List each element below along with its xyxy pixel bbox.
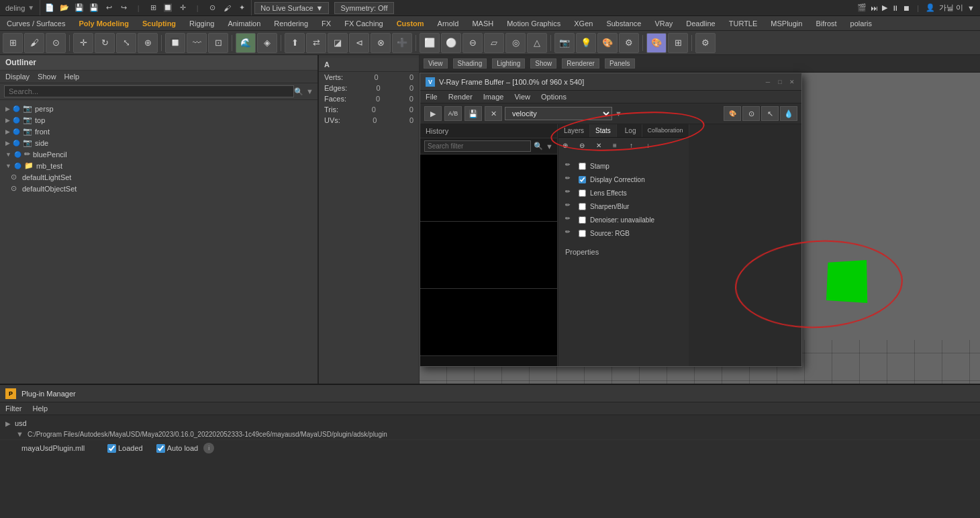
menu-rigging[interactable]: Rigging [183,16,221,30]
render-current-btn[interactable]: ▶ [424,106,442,121]
wire-btn[interactable]: ⊞ [668,33,688,53]
menu-poly-modeling[interactable]: Poly Modeling [72,16,136,30]
render-settings-btn[interactable]: ⚙ [619,33,639,53]
tree-item-bluepencil[interactable]: ▼ 🔵 ✏ bluePencil [0,148,317,160]
stop-icon[interactable]: ⏹ [903,4,910,12]
loop-btn[interactable]: ⊗ [371,33,391,53]
tree-item-defaultlightset[interactable]: ⊙ defaultLightSet [0,171,317,183]
cylinder-btn[interactable]: ⊖ [462,33,483,53]
rp-btn6[interactable]: ↓ [646,142,661,155]
new-icon[interactable]: 📄 [43,2,56,14]
select-icon[interactable]: ⊞ [146,2,160,14]
menu-polaris[interactable]: polaris [844,16,879,30]
vray-menu-options[interactable]: Options [541,93,567,101]
minimize-button[interactable]: ─ [764,78,772,86]
vray-menu-render[interactable]: Render [448,93,473,101]
menu-deadline[interactable]: Deadline [679,16,722,30]
extrude-btn[interactable]: ⬆ [285,33,305,53]
pause-icon[interactable]: ⏸ [891,4,899,12]
bevel-btn[interactable]: ◪ [328,33,348,53]
light-btn[interactable]: 💡 [576,33,596,53]
rp-btn1[interactable]: ⊕ [562,142,577,155]
tree-item-mb_test[interactable]: ▼ 🔵 📁 mb_test [0,160,317,171]
rp-btn3[interactable]: ✕ [596,142,611,155]
rotate-btn[interactable]: ↻ [95,33,115,53]
move-btn[interactable]: ✛ [73,33,93,53]
filter-dropdown-icon[interactable]: ▼ [546,142,553,150]
history-list[interactable] [420,155,557,366]
menu-substance[interactable]: Substance [599,16,648,30]
settings-btn[interactable]: ⚙ [695,33,716,53]
rp-btn2[interactable]: ⊖ [579,142,594,155]
pencil-icon-rgb[interactable]: ✏ [565,228,575,238]
lens-effects-checkbox[interactable] [579,189,586,197]
pm-menu-filter[interactable]: Filter [5,404,21,413]
channel-select[interactable]: velocity RGB Alpha diffuse reflection re… [505,107,612,120]
ab-compare-btn[interactable]: A/B [444,106,462,121]
menu-animation[interactable]: Animation [221,16,267,30]
menu-vray[interactable]: VRay [648,16,679,30]
menu-arnold[interactable]: Arnold [431,16,466,30]
scale-btn[interactable]: ⤡ [116,33,136,53]
paint-icon[interactable]: 🖌 [220,2,234,14]
vp-show-btn[interactable]: Show [530,58,556,69]
color-btn[interactable]: 🎨 [646,33,667,53]
lasso-select-btn[interactable]: ⊙ [46,33,66,53]
close-button[interactable]: ✕ [788,78,796,86]
pencil-icon-le[interactable]: ✏ [565,188,575,198]
menu-rendering[interactable]: Rendering [267,16,315,30]
menu-xgen[interactable]: XGen [567,16,599,30]
tab-layers[interactable]: Layers [558,124,590,137]
tree-item-front[interactable]: ▶ 🔵 📷 front [0,126,317,137]
tree-item-top[interactable]: ▶ 🔵 📷 top [0,114,317,126]
snap-grid-btn[interactable]: 🔲 [165,33,185,53]
tree-item-side[interactable]: ▶ 🔵 📷 side [0,137,317,148]
autoload-checkbox[interactable] [156,444,165,453]
clear-btn[interactable]: ✕ [485,106,502,121]
menu-fx-caching[interactable]: FX Caching [338,16,389,30]
tab-log[interactable]: Log [620,124,642,137]
menu-turtle[interactable]: TURTLE [722,16,765,30]
snap-point-btn[interactable]: ⊡ [208,33,228,53]
torus-btn[interactable]: ◎ [505,33,526,53]
menu-msplugin[interactable]: MSPlugin [764,16,809,30]
info-icon[interactable]: i [203,443,214,454]
rp-btn4[interactable]: ≡ [613,142,628,155]
redo-icon[interactable]: ↪ [117,2,130,14]
rp-btn5[interactable]: ↑ [630,142,644,155]
pencil-icon-dc[interactable]: ✏ [565,175,575,184]
universal-btn[interactable]: ⊕ [138,33,158,53]
menu-curves-surfaces[interactable]: Curves / Surfaces [0,16,72,30]
outliner-search-input[interactable] [4,85,294,97]
sharpen-blur-checkbox[interactable] [579,203,586,210]
vray-menu-view[interactable]: View [514,93,530,101]
sphere-btn[interactable]: ⚪ [441,33,461,53]
open-icon[interactable]: 📂 [58,2,71,14]
tree-item-defaultobjectset[interactable]: ⊙ defaultObjectSet [0,183,317,194]
live-surface-button[interactable]: No Live Surface ▼ [254,2,329,14]
tab-collaboration[interactable]: Collaboration [642,124,689,137]
denoiser-checkbox[interactable] [579,216,586,224]
display-correction-checkbox[interactable] [579,176,586,183]
history-item-3[interactable] [420,289,557,356]
vray-menu-image[interactable]: Image [483,93,504,101]
render-seq-icon[interactable]: ⏭ [871,4,878,12]
menu-fx[interactable]: FX [315,16,338,30]
save-as-icon[interactable]: 💾 [87,2,101,14]
paint-select-btn[interactable]: 🖌 [24,33,44,53]
lasso-icon[interactable]: ⊙ [205,2,219,14]
append-btn[interactable]: ➕ [392,33,412,53]
menu-sculpting[interactable]: Sculpting [136,16,183,30]
transform-icon[interactable]: ✛ [176,2,189,14]
vp-panels-btn[interactable]: Panels [605,58,635,69]
pencil-icon-sb[interactable]: ✏ [565,202,575,211]
eyedropper-btn[interactable]: 💧 [780,106,797,121]
cursor-btn[interactable]: ↖ [761,106,779,121]
undo-icon[interactable]: ↩ [102,2,115,14]
select-mode-btn[interactable]: ⊞ [3,33,23,53]
maximize-button[interactable]: □ [776,78,784,86]
plane-btn[interactable]: ▱ [484,33,504,53]
menu-mash[interactable]: MASH [465,16,500,30]
outliner-menu-help[interactable]: Help [64,73,80,81]
outliner-menu-display[interactable]: Display [5,73,30,81]
